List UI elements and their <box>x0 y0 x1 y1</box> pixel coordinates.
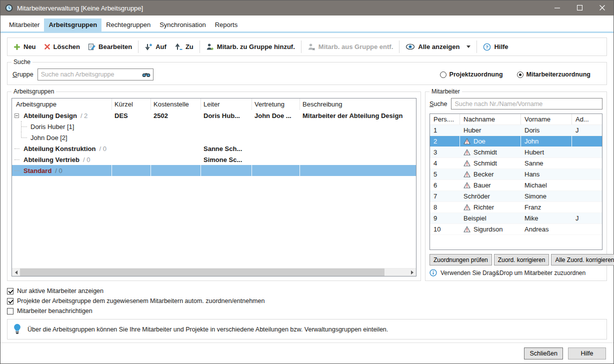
toolbar-separator <box>301 40 302 53</box>
toolbar-button-auf[interactable]: Auf <box>140 40 170 54</box>
employee-search-label: Suche <box>430 100 447 108</box>
column-header-pers[interactable]: Pers.... <box>430 114 460 124</box>
cell-ad: J <box>572 125 602 136</box>
workgroup-row[interactable]: Abteilung Konstruktion/ 0Sanne Sch... <box>12 143 416 154</box>
toolbar-button-bearbeiten[interactable]: Bearbeiten <box>84 40 136 53</box>
scrollbar-track[interactable] <box>20 268 408 276</box>
employee-row[interactable]: 5BeckerHans <box>430 169 602 180</box>
column-header-vorname[interactable]: Vorname <box>521 114 572 124</box>
employee-row[interactable]: 2DoeJohn <box>430 136 602 147</box>
checkbox-icon[interactable] <box>7 298 14 304</box>
collapse-up-icon <box>174 43 182 51</box>
toolbar-button-alle-anzeigen[interactable]: Alle anzeigen <box>402 40 474 53</box>
scrollbar-thumb[interactable] <box>20 268 384 276</box>
close-button[interactable]: Schließen <box>524 348 563 360</box>
column-header-nachname[interactable]: Nachname <box>460 114 521 124</box>
cell-beschreibung <box>300 165 416 176</box>
cell-vorname: Mike <box>521 213 572 224</box>
workgroup-row[interactable]: Abteilung Vertrieb/ 0Simone Sc... <box>12 154 416 165</box>
cell-leiter: Sanne Sch... <box>201 143 252 154</box>
radio-projektzuordnung[interactable]: Projektzuordnung <box>440 71 503 78</box>
search-groupbox-legend: Suche <box>12 58 32 66</box>
warning-icon <box>464 138 470 144</box>
checkbox-projekte-der-arbeitsgruppe-dem-zugewiesenem-mitarbeitern-autom-zuordnen-entnehmen[interactable]: Projekte der Arbeitsgruppe dem zugewiese… <box>7 296 607 306</box>
toolbar-button-löschen[interactable]: Löschen <box>40 40 84 53</box>
employee-row[interactable]: 7SchröderSimone <box>430 191 602 202</box>
scroll-left-icon[interactable] <box>12 268 20 276</box>
tree-collapse-icon[interactable] <box>14 114 19 118</box>
maximize-button[interactable] <box>568 0 591 16</box>
column-header-beschreibung[interactable]: Beschreibung <box>300 98 416 110</box>
button-alle-zuord-korrigieren[interactable]: Alle Zuord. korrigieren <box>551 254 614 266</box>
tab-rechtegruppen[interactable]: Rechtegruppen <box>102 18 155 32</box>
chevron-down-icon[interactable] <box>466 46 470 48</box>
employee-row[interactable]: 10SigurdsonAndreas <box>430 224 602 235</box>
column-header-ad[interactable]: Ad... <box>572 114 602 124</box>
cell-arbeitsgruppe: Standard/ 0 <box>12 165 112 176</box>
tab-reports[interactable]: Reports <box>210 18 242 32</box>
toolbar-button-hilfe[interactable]: ?Hilfe <box>479 40 512 54</box>
dragdrop-hint: Verwenden Sie Drag&Drop um Mitarbeiter z… <box>430 269 602 276</box>
cell-personalnummer: 10 <box>430 224 460 234</box>
checkbox-mitarbeiter-benachrichtigen[interactable]: Mitarbeiter benachrichtigen <box>7 306 607 316</box>
button-zuordnungen-prüfen[interactable]: Zuordnungen prüfen <box>430 254 492 266</box>
button-zuord-korrigieren[interactable]: Zuord. korrigieren <box>494 254 550 266</box>
workgroups-body: Abteilung Design/ 2DES2502Doris Hub...Jo… <box>12 110 416 268</box>
column-header-leiter[interactable]: Leiter <box>201 98 252 110</box>
toolbar-button-neu[interactable]: Neu <box>10 40 40 53</box>
employees-groupbox: Mitarbeiter Suche Pers....NachnameVornam… <box>425 92 607 281</box>
toolbar-separator <box>399 40 400 53</box>
close-button[interactable] <box>591 0 614 16</box>
employee-search-input[interactable] <box>451 98 602 110</box>
checkbox-icon[interactable] <box>7 308 14 314</box>
radio-button-icon[interactable] <box>440 72 446 78</box>
horizontal-scrollbar[interactable] <box>12 268 416 276</box>
tab-arbeitsgruppen[interactable]: Arbeitsgruppen <box>44 18 102 32</box>
toolbar-button-label: Bearbeiten <box>98 43 132 50</box>
employee-row[interactable]: 1HuberDorisJ <box>430 125 602 136</box>
tab-synchronisation[interactable]: Synchronisation <box>155 18 210 32</box>
info-icon <box>430 269 437 276</box>
cell-leiter <box>201 121 252 132</box>
radio-mitarbeiterzuordnung[interactable]: Mitarbeiterzuordnung <box>517 71 590 78</box>
dragdrop-hint-text: Verwenden Sie Drag&Drop um Mitarbeiter z… <box>440 270 586 276</box>
employee-row[interactable]: 9BeispielMikeJ <box>430 213 602 224</box>
svg-text:?: ? <box>486 44 488 50</box>
employee-row[interactable]: 3SchmidtHubert <box>430 147 602 158</box>
group-search-input[interactable] <box>38 68 154 80</box>
cell-kurzel <box>112 143 151 154</box>
minimize-button[interactable] <box>546 0 568 16</box>
person-add-icon <box>206 43 214 51</box>
checkbox-icon[interactable] <box>7 288 14 294</box>
workgroup-name: Abteilung Design <box>24 112 77 120</box>
column-header-vertretung[interactable]: Vertretung <box>252 98 300 110</box>
checkbox-nur-aktive-mitarbeiter-anzeigen[interactable]: Nur aktive Mitarbeiter anzeigen <box>7 286 607 296</box>
column-header-kostenstelle[interactable]: Kostenstelle <box>151 98 201 110</box>
workgroup-name: Abteilung Konstruktion <box>24 145 96 152</box>
info-bar: Über die Arbeitsgruppen können Sie Ihre … <box>7 319 607 340</box>
cell-nachname: Schröder <box>460 191 521 202</box>
checkbox-label: Projekte der Arbeitsgruppe dem zugewiese… <box>17 298 264 304</box>
workgroup-row[interactable]: John Doe [2] <box>12 132 416 143</box>
radio-button-icon[interactable] <box>517 72 524 78</box>
toolbar-button-zu[interactable]: Zu <box>170 40 198 54</box>
help-button[interactable]: Hilfe <box>568 348 606 360</box>
cell-personalnummer: 9 <box>430 213 460 224</box>
column-header-kürzel[interactable]: Kürzel <box>112 98 151 110</box>
workgroup-row[interactable]: Abteilung Design/ 2DES2502Doris Hub...Jo… <box>12 110 416 121</box>
toolbar-button-mitarb-zu-gruppe-hinzuf[interactable]: Mitarb. zu Gruppe hinzuf. <box>202 40 299 54</box>
cell-kurzel <box>112 165 151 176</box>
cell-vorname: Hans <box>521 169 572 180</box>
workgroup-row[interactable]: Standard/ 0 <box>12 165 416 176</box>
cell-personalnummer: 2 <box>430 136 460 146</box>
tab-mitarbeiter[interactable]: Mitarbeiter <box>4 18 44 32</box>
toolbar-button-label: Alle anzeigen <box>418 43 460 50</box>
employee-row[interactable]: 6BauerMichael <box>430 180 602 191</box>
employee-row[interactable]: 8RichterFranz <box>430 202 602 213</box>
employee-row[interactable]: 4SchmidtSanne <box>430 158 602 169</box>
workgroup-row[interactable]: Doris Huber [1] <box>12 121 416 132</box>
cell-vorname: John <box>521 136 572 146</box>
toolbar-button-label: Neu <box>24 43 36 50</box>
scroll-right-icon[interactable] <box>408 268 416 276</box>
column-header-arbeitsgruppe[interactable]: Arbeitsgruppe <box>12 98 112 110</box>
